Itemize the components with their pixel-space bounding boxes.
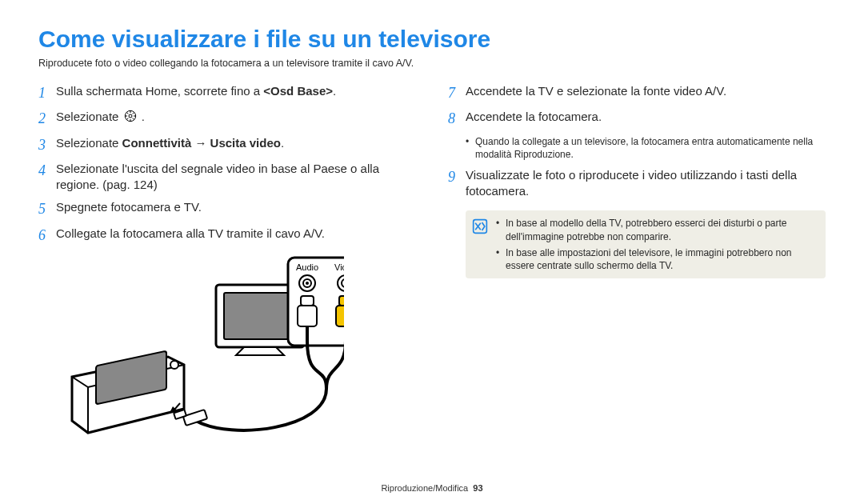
content-columns: 1 Sulla schermata Home, scorrete fino a … bbox=[38, 83, 826, 456]
settings-gear-icon bbox=[124, 110, 137, 126]
note-list: • In base al modello della TV, potrebber… bbox=[496, 217, 816, 272]
step-7: 7 Accendete la TV e selezionate la fonte… bbox=[448, 83, 826, 102]
svg-point-15 bbox=[306, 282, 309, 285]
right-column: 7 Accendete la TV e selezionate la fonte… bbox=[448, 83, 826, 456]
step-num: 5 bbox=[38, 199, 56, 218]
manual-page: Come visualizzare i file su un televisor… bbox=[0, 0, 864, 504]
av-panel-icon: Audio Video bbox=[288, 258, 344, 346]
camera-icon bbox=[72, 351, 184, 433]
step-num: 1 bbox=[38, 83, 56, 102]
note-item: • In base al modello della TV, potrebber… bbox=[496, 217, 816, 242]
svg-point-1 bbox=[129, 114, 132, 118]
step-4: 4 Selezionate l'uscita del segnale video… bbox=[38, 161, 416, 194]
video-label: Video bbox=[334, 262, 344, 272]
svg-rect-19 bbox=[301, 296, 314, 306]
step-text: Spegnete fotocamera e TV. bbox=[56, 199, 416, 215]
note-icon bbox=[472, 218, 488, 238]
svg-line-7 bbox=[132, 118, 134, 119]
step-2: 2 Selezionate . bbox=[38, 109, 416, 128]
step-num: 7 bbox=[448, 83, 466, 102]
step-text: Collegate la fotocamera alla TV tramite … bbox=[56, 226, 416, 242]
step-text: Selezionate l'uscita del segnale video i… bbox=[56, 161, 416, 194]
step-text: Selezionate . bbox=[56, 109, 416, 126]
bullet-dot: • bbox=[496, 217, 506, 242]
left-column: 1 Sulla schermata Home, scorrete fino a … bbox=[38, 83, 416, 456]
step-8: 8 Accendete la fotocamera. bbox=[448, 109, 826, 128]
step-5: 5 Spegnete fotocamera e TV. bbox=[38, 199, 416, 218]
step-text: Visualizzate le foto o riproducete i vid… bbox=[466, 167, 826, 200]
connection-diagram: Audio Video bbox=[56, 253, 416, 456]
svg-line-8 bbox=[132, 112, 134, 114]
svg-line-9 bbox=[126, 118, 128, 119]
footer-page-number: 93 bbox=[473, 483, 482, 493]
step-6: 6 Collegate la fotocamera alla TV tramit… bbox=[38, 226, 416, 245]
step-num: 8 bbox=[448, 109, 466, 128]
step-text: Accendete la TV e selezionate la fonte v… bbox=[466, 83, 826, 99]
step-3: 3 Selezionate Connettività → Uscita vide… bbox=[38, 135, 416, 154]
svg-rect-21 bbox=[339, 296, 344, 306]
step-8-sub: • Quando la collegate a un televisore, l… bbox=[466, 135, 826, 161]
page-footer: Riproduzione/Modifica 93 bbox=[0, 483, 864, 493]
step-text: Sulla schermata Home, scorrete fino a <O… bbox=[56, 83, 416, 99]
svg-point-26 bbox=[170, 361, 178, 369]
svg-rect-20 bbox=[298, 306, 317, 326]
step-text: Selezionate Connettività → Uscita video. bbox=[56, 135, 416, 151]
bullet-dot: • bbox=[496, 246, 506, 272]
audio-label: Audio bbox=[296, 262, 318, 272]
step-num: 9 bbox=[448, 167, 466, 186]
note-item: • In base alle impostazioni del televiso… bbox=[496, 246, 816, 272]
step-num: 3 bbox=[38, 135, 56, 154]
svg-rect-22 bbox=[336, 306, 344, 326]
svg-line-6 bbox=[126, 112, 128, 114]
step-1: 1 Sulla schermata Home, scorrete fino a … bbox=[38, 83, 416, 102]
bullet-dot: • bbox=[466, 135, 475, 161]
note-box: • In base al modello della TV, potrebber… bbox=[466, 210, 826, 278]
step-9: 9 Visualizzate le foto o riproducete i v… bbox=[448, 167, 826, 200]
step-num: 4 bbox=[38, 161, 56, 180]
step-num: 6 bbox=[38, 226, 56, 245]
svg-rect-11 bbox=[224, 293, 296, 339]
step-num: 2 bbox=[38, 109, 56, 128]
page-title: Come visualizzare i file su un televisor… bbox=[38, 26, 826, 53]
step-text: Accendete la fotocamera. bbox=[466, 109, 826, 125]
svg-point-17 bbox=[342, 279, 344, 287]
page-subtitle: Riproducete foto o video collegando la f… bbox=[38, 58, 826, 69]
footer-section: Riproduzione/Modifica bbox=[381, 483, 468, 493]
